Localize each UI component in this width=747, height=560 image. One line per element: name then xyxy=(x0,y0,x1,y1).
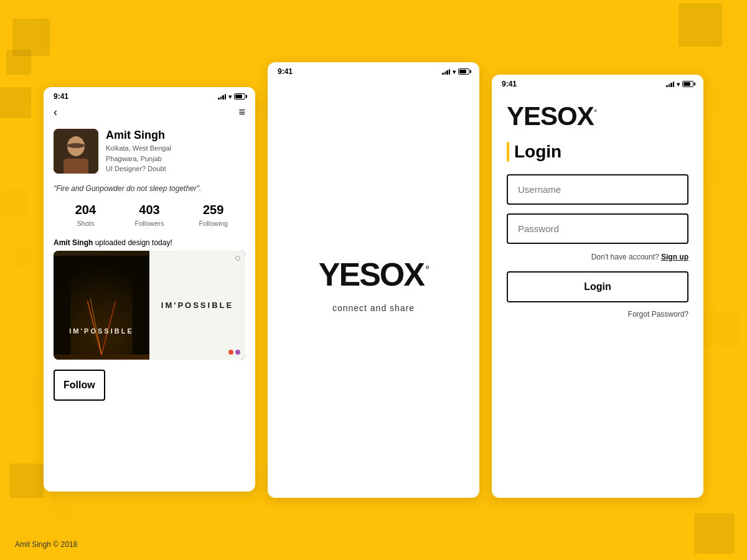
stat-shots: 204 Shots xyxy=(54,203,118,228)
splash-content: YESOX° connect and share xyxy=(268,78,479,492)
phone-profile-screen: 9:41 ▾ ‹ ≡ xyxy=(44,87,255,492)
login-title: Login xyxy=(514,142,561,162)
splash-tagline: connect and share xyxy=(332,303,415,313)
profile-info: Amit Singh Kolkata, West Bengal Phagwara… xyxy=(44,124,255,179)
following-label: Following xyxy=(199,220,227,227)
login-status-icons: ▾ xyxy=(666,81,693,88)
stats-row: 204 Shots 403 Followers 259 Following xyxy=(44,198,255,233)
impossible-text-light: IM'POSSIBLE xyxy=(69,327,133,335)
followers-label: Followers xyxy=(134,220,164,227)
splash-time: 9:41 xyxy=(278,67,293,76)
login-accent-bar xyxy=(507,142,509,162)
back-button[interactable]: ‹ xyxy=(54,106,57,119)
color-dot-red xyxy=(228,350,233,355)
phone-splash-screen: 9:41 ▾ YESOX° connect and share xyxy=(268,62,479,498)
splash-status-bar: 9:41 ▾ xyxy=(268,62,479,78)
svg-point-3 xyxy=(67,143,85,148)
login-content: YESOX° Login Don't have account? Sign up… xyxy=(492,91,703,331)
shots-label: Shots xyxy=(77,220,94,227)
battery-icon xyxy=(234,93,245,100)
design-card-left: IM'POSSIBLE xyxy=(54,251,149,360)
svg-rect-10 xyxy=(133,273,149,354)
card-dot xyxy=(235,256,240,261)
splash-status-icons: ▾ xyxy=(442,68,469,75)
login-title-row: Login xyxy=(507,142,688,162)
profile-text: Amit Singh Kolkata, West Bengal Phagwara… xyxy=(106,129,245,174)
splash-signal-icon xyxy=(442,68,450,75)
login-options: Don't have account? Sign up xyxy=(507,253,688,261)
forgot-password-link[interactable]: Forgot Password? xyxy=(507,310,688,319)
followers-count: 403 xyxy=(118,203,182,217)
color-dot-purple xyxy=(235,350,240,355)
phone-login-screen: 9:41 ▾ YESOX° Login xyxy=(492,75,703,498)
login-wifi-icon: ▾ xyxy=(677,81,680,88)
password-input[interactable] xyxy=(507,213,688,244)
signup-link[interactable]: Sign up xyxy=(661,253,688,261)
design-card[interactable]: IM'POSSIBLE IM'POSSIBLE xyxy=(54,251,245,360)
login-status-bar: 9:41 ▾ xyxy=(492,75,703,91)
login-battery-icon xyxy=(682,81,693,87)
profile-header: ‹ ≡ xyxy=(44,103,255,124)
main-container: 9:41 ▾ ‹ ≡ xyxy=(0,0,747,560)
profile-status-icons: ▾ xyxy=(218,93,245,100)
wifi-icon: ▾ xyxy=(228,93,232,100)
login-button[interactable]: Login xyxy=(507,271,688,302)
svg-rect-9 xyxy=(54,267,70,354)
login-time: 9:41 xyxy=(502,80,517,88)
login-signal-icon xyxy=(666,81,674,87)
profile-location: Kolkata, West Bengal Phagwara, Punjab UI… xyxy=(106,143,245,174)
profile-status-bar: 9:41 ▾ xyxy=(44,87,255,103)
footer-text: Amit Singh © 2018 xyxy=(15,540,77,549)
impossible-text-dark: IM'POSSIBLE xyxy=(161,301,233,310)
shots-count: 204 xyxy=(54,203,118,217)
signal-icon xyxy=(218,93,226,100)
profile-time: 9:41 xyxy=(54,92,68,101)
stat-followers: 403 Followers xyxy=(118,203,182,228)
activity-label: Amit Singh uploaded design today! xyxy=(44,233,255,251)
splash-logo: YESOX° xyxy=(319,258,428,291)
design-card-right: IM'POSSIBLE xyxy=(149,251,245,360)
profile-name: Amit Singh xyxy=(106,129,245,142)
svg-rect-2 xyxy=(63,159,88,174)
following-count: 259 xyxy=(181,203,245,217)
username-input[interactable] xyxy=(507,174,688,205)
profile-quote: "Fire and Gunpowder do not sleep togethe… xyxy=(44,179,255,198)
menu-button[interactable]: ≡ xyxy=(238,106,245,119)
stat-following: 259 Following xyxy=(181,203,245,228)
splash-wifi-icon: ▾ xyxy=(453,68,456,75)
splash-battery-icon xyxy=(458,68,469,75)
card-color-dots xyxy=(228,350,240,355)
follow-button[interactable]: Follow xyxy=(54,370,105,401)
login-logo: YESOX° xyxy=(507,103,688,129)
avatar xyxy=(54,129,98,174)
